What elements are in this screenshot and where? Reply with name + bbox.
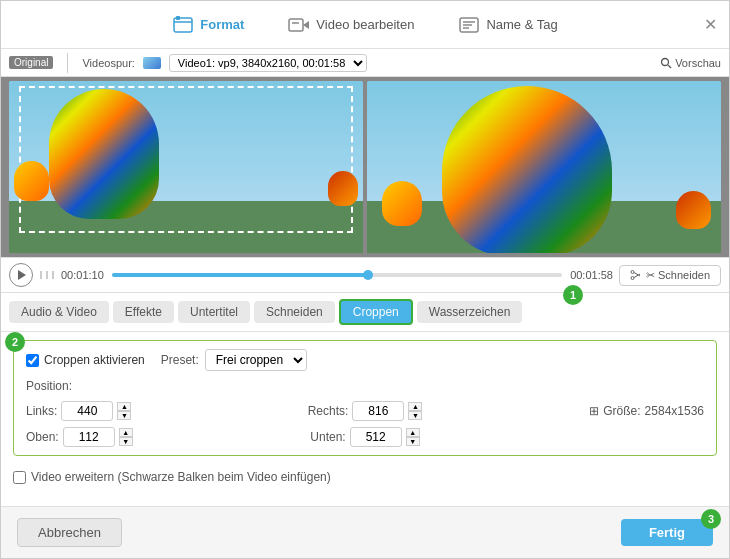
crop-activate-checkbox[interactable]	[26, 354, 39, 367]
unten-field: Unten: ▲ ▼	[310, 427, 419, 447]
preview-right	[367, 81, 721, 253]
main-window: Format Video bearbeiten	[0, 0, 730, 559]
preset-label: Preset:	[161, 353, 199, 367]
close-button[interactable]: ✕	[704, 17, 717, 33]
progress-track[interactable]	[112, 273, 562, 277]
preview-area	[1, 77, 729, 257]
unten-input[interactable]	[350, 427, 402, 447]
format-tab-label: Format	[200, 17, 244, 32]
video-expand-label: Video erweitern (Schwarze Balken beim Vi…	[31, 470, 331, 484]
crop-activate-label[interactable]: Croppen aktivieren	[26, 353, 145, 367]
balloon-small-2	[328, 171, 358, 206]
svg-point-12	[631, 271, 634, 274]
rechts-label: Rechts:	[308, 404, 349, 418]
oben-field: Oben: ▲ ▼	[26, 427, 252, 447]
format-icon	[172, 14, 194, 36]
scissors-icon	[630, 269, 642, 281]
tab-croppen[interactable]: Croppen	[339, 299, 413, 325]
rechts-spin: ▲ ▼	[408, 402, 422, 420]
rechts-input[interactable]	[352, 401, 404, 421]
video-edit-icon	[288, 14, 310, 36]
size-value: 2584x1536	[645, 404, 704, 418]
unten-spin-up[interactable]: ▲	[406, 428, 420, 437]
oben-label: Oben:	[26, 430, 59, 444]
balloon-main-left	[49, 89, 159, 219]
tabs-row: Audio & Video Effekte Untertitel Schneid…	[1, 293, 729, 332]
tab-effekte[interactable]: Effekte	[113, 301, 174, 323]
links-spin-down[interactable]: ▼	[117, 411, 131, 420]
titlebar: Format Video bearbeiten	[1, 1, 729, 49]
track-thumb-icon	[143, 57, 161, 69]
video-track-select[interactable]: Video1: vp9, 3840x2160, 00:01:58	[169, 54, 367, 72]
balloon-small-4	[676, 191, 711, 229]
links-spin-up[interactable]: ▲	[117, 402, 131, 411]
oben-input[interactable]	[63, 427, 115, 447]
crop-section: Croppen aktivieren Preset: Frei croppen …	[13, 340, 717, 456]
unten-spin: ▲ ▼	[406, 428, 420, 446]
video-toolbar: Original Videospur: Video1: vp9, 3840x21…	[1, 49, 729, 77]
links-input[interactable]	[61, 401, 113, 421]
balloon-small-1	[14, 161, 49, 201]
name-tag-tab-label: Name & Tag	[486, 17, 557, 32]
step1-badge: 1	[563, 285, 583, 305]
schneiden-label: ✂ Schneiden	[646, 269, 710, 282]
svg-point-10	[662, 58, 669, 65]
oben-spin-up[interactable]: ▲	[119, 428, 133, 437]
abbrechen-button[interactable]: Abbrechen	[17, 518, 122, 547]
position-label: Position:	[26, 379, 704, 393]
oben-spin-down[interactable]: ▼	[119, 437, 133, 446]
svg-rect-3	[289, 19, 303, 31]
fertig-button[interactable]: Fertig	[621, 519, 713, 546]
crop-section-wrapper: Croppen aktivieren Preset: Frei croppen …	[13, 340, 717, 464]
tab-schneiden[interactable]: Schneiden	[254, 301, 335, 323]
tab-audio-video[interactable]: Audio & Video	[9, 301, 109, 323]
links-spin: ▲ ▼	[117, 402, 131, 420]
fertig-wrapper: Fertig 3	[621, 519, 713, 546]
preset-group: Preset: Frei croppen	[161, 349, 307, 371]
tab-name-tag[interactable]: Name & Tag	[446, 10, 569, 40]
rechts-spin-up[interactable]: ▲	[408, 402, 422, 411]
video-expand-checkbox[interactable]	[13, 471, 26, 484]
play-button[interactable]	[9, 263, 33, 287]
step3-badge: 3	[701, 509, 721, 529]
svg-marker-4	[303, 21, 309, 29]
progress-fill	[112, 273, 368, 277]
time-end: 00:01:58	[568, 269, 613, 281]
preset-select[interactable]: Frei croppen	[205, 349, 307, 371]
size-display: ⊞ Größe: 2584x1536	[589, 404, 704, 418]
position-grid: Position: Links: ▲ ▼ Rechts:	[26, 379, 704, 447]
preview-left	[9, 81, 363, 253]
step2-badge: 2	[5, 332, 25, 352]
links-label: Links:	[26, 404, 57, 418]
balloon-main-right	[442, 86, 612, 253]
tick-marks	[39, 271, 55, 279]
tab-untertitel[interactable]: Untertitel	[178, 301, 250, 323]
tab-format[interactable]: Format	[160, 10, 256, 40]
oben-spin: ▲ ▼	[119, 428, 133, 446]
progress-thumb[interactable]	[363, 270, 373, 280]
time-start: 00:01:10	[61, 269, 106, 281]
unten-spin-down[interactable]: ▼	[406, 437, 420, 446]
play-icon	[18, 270, 26, 280]
rechts-spin-down[interactable]: ▼	[408, 411, 422, 420]
svg-rect-0	[174, 18, 192, 32]
tab-wasserzeichen[interactable]: Wasserzeichen	[417, 301, 523, 323]
size-icon: ⊞	[589, 404, 599, 418]
titlebar-tabs: Format Video bearbeiten	[160, 10, 569, 40]
schneiden-button[interactable]: ✂ Schneiden	[619, 265, 721, 286]
separator	[67, 53, 68, 73]
name-tag-icon	[458, 14, 480, 36]
video-expand-row: Video erweitern (Schwarze Balken beim Vi…	[13, 470, 717, 484]
svg-point-13	[631, 277, 634, 280]
search-icon	[660, 57, 672, 69]
links-field: Links: ▲ ▼	[26, 401, 252, 421]
balloon-small-3	[382, 181, 422, 226]
video-edit-tab-label: Video bearbeiten	[316, 17, 414, 32]
content-area: Croppen aktivieren Preset: Frei croppen …	[1, 332, 729, 506]
original-badge: Original	[9, 56, 53, 69]
timeline-bar: 00:01:10 00:01:58 ✂ Schneiden	[1, 257, 729, 293]
crop-header: Croppen aktivieren Preset: Frei croppen	[26, 349, 704, 371]
tab-video-bearbeiten[interactable]: Video bearbeiten	[276, 10, 426, 40]
rechts-field: Rechts: ▲ ▼	[308, 401, 423, 421]
unten-label: Unten:	[310, 430, 345, 444]
